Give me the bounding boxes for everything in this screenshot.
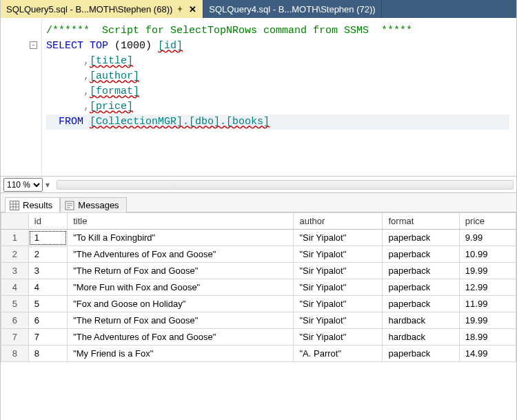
table-row[interactable]: 55"Fox and Goose on Holiday""Sir Yipalot… xyxy=(1,296,516,312)
cell-id[interactable]: 7 xyxy=(28,329,67,346)
cell-author[interactable]: "Sir Yipalot" xyxy=(294,230,383,246)
messages-icon xyxy=(65,201,74,210)
results-table: id title author format price 11"To Kill … xyxy=(1,212,516,362)
tab-results-label: Results xyxy=(23,200,52,210)
kw-top: TOP xyxy=(90,40,108,52)
svg-rect-0 xyxy=(10,201,19,210)
code-area[interactable]: /****** Script for SelectTopNRows comman… xyxy=(42,18,516,176)
cell-title[interactable]: "The Return of Fox and Goose" xyxy=(68,312,294,329)
comment-line: /****** Script for SelectTopNRows comman… xyxy=(46,25,412,37)
table-row[interactable]: 11"To Kill a Foxingbird""Sir Yipalot"pap… xyxy=(1,230,516,246)
cell-format[interactable]: paperback xyxy=(383,279,459,296)
col-header-id[interactable]: id xyxy=(28,213,67,230)
cell-title[interactable]: "The Return of Fox and Goose" xyxy=(68,263,294,279)
cell-title[interactable]: "Fox and Goose on Holiday" xyxy=(68,296,294,312)
cell-title[interactable]: "The Adventures of Fox and Goose" xyxy=(68,246,294,263)
kw-select: SELECT xyxy=(46,40,83,52)
cell-id[interactable]: 1 xyxy=(28,230,67,246)
zoom-bar: 110 % ▾ xyxy=(1,177,516,193)
row-number[interactable]: 6 xyxy=(1,312,29,329)
cell-format[interactable]: paperback xyxy=(383,346,459,362)
table-row[interactable]: 44"More Fun with Fox and Goose""Sir Yipa… xyxy=(1,279,516,296)
from-target: [CollectionMGR].[dbo].[books] xyxy=(90,116,270,128)
cell-format[interactable]: paperback xyxy=(383,296,459,312)
cell-id[interactable]: 2 xyxy=(28,246,67,263)
col-title: [title] xyxy=(90,55,133,67)
row-number[interactable]: 1 xyxy=(1,230,29,246)
document-tabbar: SQLQuery5.sql - B...MOTH\Stephen (68)) ✕… xyxy=(1,0,516,18)
table-row[interactable]: 66"The Return of Fox and Goose""Sir Yipa… xyxy=(1,312,516,329)
cell-price[interactable]: 14.99 xyxy=(459,346,516,362)
tab-messages-label: Messages xyxy=(78,200,119,210)
table-row[interactable]: 33"The Return of Fox and Goose""Sir Yipa… xyxy=(1,263,516,279)
zoom-select[interactable]: 110 % xyxy=(3,178,43,192)
table-row[interactable]: 22"The Adventures of Fox and Goose""Sir … xyxy=(1,246,516,263)
cell-id[interactable]: 8 xyxy=(28,346,67,362)
col-id: [id] xyxy=(158,40,183,52)
table-row[interactable]: 77"The Adventures of Fox and Goose""Sir … xyxy=(1,329,516,346)
cell-author[interactable]: "A. Parrot" xyxy=(294,346,383,362)
row-number[interactable]: 3 xyxy=(1,263,29,279)
cell-id[interactable]: 6 xyxy=(28,312,67,329)
cell-author[interactable]: "Sir Yipalot" xyxy=(294,312,383,329)
cell-format[interactable]: paperback xyxy=(383,263,459,279)
row-number[interactable]: 7 xyxy=(1,329,29,346)
cell-format[interactable]: paperback xyxy=(383,246,459,263)
results-grid[interactable]: id title author format price 11"To Kill … xyxy=(1,212,516,362)
horizontal-scrollbar[interactable] xyxy=(57,180,514,190)
editor-gutter: − xyxy=(1,18,42,176)
header-row: id title author format price xyxy=(1,213,516,230)
document-tab-active[interactable]: SQLQuery5.sql - B...MOTH\Stephen (68)) ✕ xyxy=(1,0,203,18)
col-header-price[interactable]: price xyxy=(459,213,516,230)
cell-format[interactable]: paperback xyxy=(383,230,459,246)
cell-title[interactable]: "My Friend is a Fox" xyxy=(68,346,294,362)
kw-from: FROM xyxy=(59,116,83,128)
table-row[interactable]: 88"My Friend is a Fox""A. Parrot"paperba… xyxy=(1,346,516,362)
cell-title[interactable]: "More Fun with Fox and Goose" xyxy=(68,279,294,296)
document-tab-inactive[interactable]: SQLQuery4.sql - B...MOTH\Stephen (72)) xyxy=(203,0,381,18)
tab-label: SQLQuery4.sql - B...MOTH\Stephen (72)) xyxy=(209,4,375,14)
cell-price[interactable]: 12.99 xyxy=(459,279,516,296)
fold-toggle-icon[interactable]: − xyxy=(30,41,37,49)
row-number[interactable]: 8 xyxy=(1,346,29,362)
cell-title[interactable]: "To Kill a Foxingbird" xyxy=(68,230,294,246)
cell-author[interactable]: "Sir Yipalot" xyxy=(294,279,383,296)
cell-price[interactable]: 19.99 xyxy=(459,312,516,329)
cell-price[interactable]: 11.99 xyxy=(459,296,516,312)
cell-id[interactable]: 3 xyxy=(28,263,67,279)
cell-author[interactable]: "Sir Yipalot" xyxy=(294,329,383,346)
tab-results[interactable]: Results xyxy=(5,197,60,212)
tab-label: SQLQuery5.sql - B...MOTH\Stephen (68)) xyxy=(6,4,172,14)
col-author: [author] xyxy=(90,70,139,82)
cell-title[interactable]: "The Adventures of Fox and Goose" xyxy=(68,329,294,346)
close-icon[interactable]: ✕ xyxy=(187,4,197,14)
cell-author[interactable]: "Sir Yipalot" xyxy=(294,296,383,312)
cell-format[interactable]: hardback xyxy=(383,312,459,329)
grid-icon xyxy=(10,201,19,210)
cell-author[interactable]: "Sir Yipalot" xyxy=(294,246,383,263)
cell-id[interactable]: 4 xyxy=(28,279,67,296)
cell-price[interactable]: 9.99 xyxy=(459,230,516,246)
row-number[interactable]: 5 xyxy=(1,296,29,312)
row-number[interactable]: 2 xyxy=(1,246,29,263)
pin-icon[interactable] xyxy=(176,6,183,12)
col-header-rownum[interactable] xyxy=(1,213,29,230)
cell-author[interactable]: "Sir Yipalot" xyxy=(294,263,383,279)
cell-price[interactable]: 18.99 xyxy=(459,329,516,346)
zoom-dropdown-icon[interactable]: ▾ xyxy=(45,180,50,190)
col-price: [price] xyxy=(90,101,133,112)
cell-format[interactable]: hardback xyxy=(383,329,459,346)
cell-id[interactable]: 5 xyxy=(28,296,67,312)
col-header-title[interactable]: title xyxy=(68,213,294,230)
cell-price[interactable]: 19.99 xyxy=(459,263,516,279)
tab-messages[interactable]: Messages xyxy=(60,197,126,212)
top-n: (1000) xyxy=(114,40,152,52)
cell-price[interactable]: 10.99 xyxy=(459,246,516,263)
sql-editor[interactable]: − /****** Script for SelectTopNRows comm… xyxy=(1,18,516,177)
col-header-format[interactable]: format xyxy=(383,213,459,230)
row-number[interactable]: 4 xyxy=(1,279,29,296)
col-header-author[interactable]: author xyxy=(294,213,383,230)
col-format: [format] xyxy=(90,86,139,97)
results-tabbar: Results Messages xyxy=(1,193,516,212)
